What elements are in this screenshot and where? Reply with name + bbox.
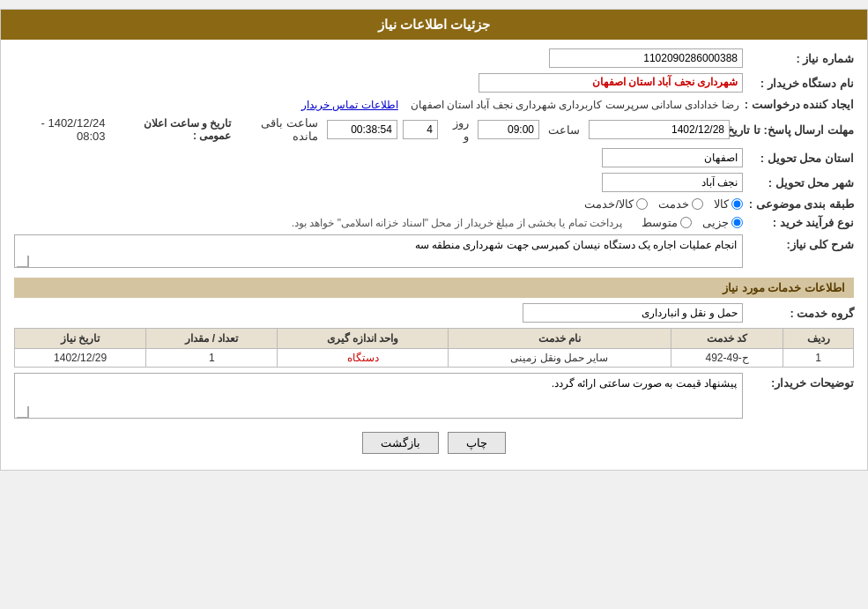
- tawsif-wrapper: پیشنهاد قیمت به صورت ساعتی ارائه گردد.: [14, 373, 743, 421]
- col-kod: کد خدمت: [671, 329, 783, 349]
- remaining-input[interactable]: [327, 120, 397, 139]
- radio-jozee-item[interactable]: جزیی: [702, 216, 743, 229]
- cell-kod: ح-49-492: [671, 349, 783, 368]
- col-nam: نام خدمت: [448, 329, 671, 349]
- radio-khedmat-item[interactable]: خدمت: [658, 197, 703, 211]
- sharh-textarea[interactable]: انجام عملیات اجاره یک دستگاه نیسان کمپرس…: [14, 234, 743, 268]
- header-title: جزئیات اطلاعات نیاز: [378, 17, 490, 32]
- radio-motosat-label: متوسط: [642, 216, 678, 229]
- mohlat-label: مهلت ارسال پاسخ: تا تاریخ:: [735, 123, 854, 137]
- radio-jozee[interactable]: [731, 217, 743, 228]
- radio-khedmat[interactable]: [692, 198, 703, 210]
- col-tarikh: تاریخ نیاز: [15, 329, 146, 349]
- time-label: ساعت: [548, 123, 580, 137]
- roz-label: روز و: [447, 116, 469, 143]
- radio-khedmat-label: خدمت: [658, 197, 689, 211]
- name-dastgah-row: نام دستگاه خریدار : شهرداری نجف آباد است…: [14, 73, 854, 93]
- khadamat-label: اطلاعات خدمات مورد نیاز: [723, 281, 845, 294]
- cell-radif: 1: [783, 349, 854, 368]
- now-row: نوع فرآیند خرید : متوسط جزیی پرداخت تمام…: [14, 216, 854, 229]
- ijad-label: ایجاد کننده درخواست :: [745, 98, 854, 111]
- services-table: ردیف کد خدمت نام خدمت واحد اندازه گیری ت…: [14, 328, 854, 368]
- col-radif: ردیف: [783, 329, 854, 349]
- col-vahed: واحد اندازه گیری: [278, 329, 448, 349]
- radio-motosat[interactable]: [680, 217, 692, 228]
- khadamat-section-header: اطلاعات خدمات مورد نیاز: [14, 278, 854, 298]
- goroh-label: گروه خدمت :: [748, 307, 854, 320]
- tabaqe-label: طبقه بندی موضوعی :: [748, 197, 854, 211]
- shomara-niaz-row: شماره نیاز :: [14, 48, 854, 68]
- now-label: نوع فرآیند خرید :: [748, 216, 854, 229]
- name-dastgah-value: شهرداری نجف آباد استان اصفهان: [479, 73, 743, 93]
- now-radio-group: متوسط جزیی: [642, 216, 743, 229]
- time-input[interactable]: [478, 120, 539, 139]
- ijad-row: ایجاد کننده درخواست : رضا خدادادی سادانی…: [14, 98, 854, 111]
- ijad-value: رضا خدادادی سادانی سرپرست کاربرداری شهرد…: [411, 99, 739, 111]
- cell-vahed: دستگاه: [278, 349, 448, 368]
- back-button[interactable]: بازگشت: [362, 432, 439, 454]
- radio-kala-khedmat-label: کالا/خدمت: [584, 197, 634, 211]
- radio-kala-khedmat-item[interactable]: کالا/خدمت: [584, 197, 648, 211]
- ostan-label: استان محل تحویل :: [748, 152, 854, 165]
- radio-kala-label: کالا: [714, 197, 729, 211]
- tabaqe-row: طبقه بندی موضوعی : کالا/خدمت خدمت کالا: [14, 197, 854, 211]
- purchase-note: پرداخت تمام یا بخشی از مبلغ خریدار از مح…: [292, 217, 622, 229]
- mohlat-row: مهلت ارسال پاسخ: تا تاریخ: ساعت روز و سا…: [14, 116, 854, 143]
- table-row: 1 ح-49-492 سایر حمل ونقل زمینی دستگاه 1 …: [15, 349, 854, 368]
- shomara-niaz-input[interactable]: [549, 48, 743, 68]
- cell-tarikh: 1402/12/29: [15, 349, 146, 368]
- tawsif-textarea[interactable]: پیشنهاد قیمت به صورت ساعتی ارائه گردد.: [14, 373, 743, 419]
- goroh-input[interactable]: [523, 303, 743, 323]
- services-table-section: ردیف کد خدمت نام خدمت واحد اندازه گیری ت…: [14, 328, 854, 368]
- shomara-niaz-label: شماره نیاز :: [748, 52, 854, 65]
- sharh-label: شرح کلی نیاز:: [748, 234, 854, 251]
- buttons-row: چاپ بازگشت: [14, 432, 854, 454]
- shahr-input[interactable]: [602, 173, 743, 192]
- sharh-wrapper: انجام عملیات اجاره یک دستگاه نیسان کمپرس…: [14, 234, 743, 271]
- shahr-row: شهر محل تحویل :: [14, 173, 854, 192]
- col-tedad: تعداد / مقدار: [146, 329, 278, 349]
- tawsif-label: توضیحات خریدار:: [748, 373, 854, 390]
- etelasat-tamas-link[interactable]: اطلاعات تماس خریدار: [301, 99, 398, 111]
- ostan-row: استان محل تحویل :: [14, 148, 854, 167]
- tabaqe-radio-group: کالا/خدمت خدمت کالا: [584, 197, 743, 211]
- radio-kala-khedmat[interactable]: [636, 198, 648, 210]
- print-button[interactable]: چاپ: [448, 432, 506, 454]
- ostan-input[interactable]: [602, 148, 743, 167]
- mohlat-date-input[interactable]: [589, 120, 730, 139]
- cell-nam: سایر حمل ونقل زمینی: [448, 349, 671, 368]
- shahr-label: شهر محل تحویل :: [748, 176, 854, 189]
- radio-kala-item[interactable]: کالا: [714, 197, 743, 211]
- page-header: جزئیات اطلاعات نیاز: [1, 10, 867, 40]
- tawsif-row: توضیحات خریدار: پیشنهاد قیمت به صورت ساع…: [14, 373, 854, 421]
- tarikhe-elan-value: 1402/12/24 - 08:03: [18, 116, 106, 143]
- radio-jozee-label: جزیی: [702, 216, 729, 229]
- cell-tedad: 1: [146, 349, 278, 368]
- tarikhe-elan-label: تاریخ و ساعت اعلان عمومی :: [115, 117, 232, 142]
- remaining-label: ساعت باقی مانده: [240, 116, 318, 143]
- roz-input[interactable]: [403, 120, 438, 139]
- goroh-row: گروه خدمت :: [14, 303, 854, 323]
- name-dastgah-label: نام دستگاه خریدار :: [748, 77, 854, 90]
- sharh-row: شرح کلی نیاز: انجام عملیات اجاره یک دستگ…: [14, 234, 854, 271]
- radio-kala[interactable]: [731, 198, 743, 210]
- radio-motosat-item[interactable]: متوسط: [642, 216, 692, 229]
